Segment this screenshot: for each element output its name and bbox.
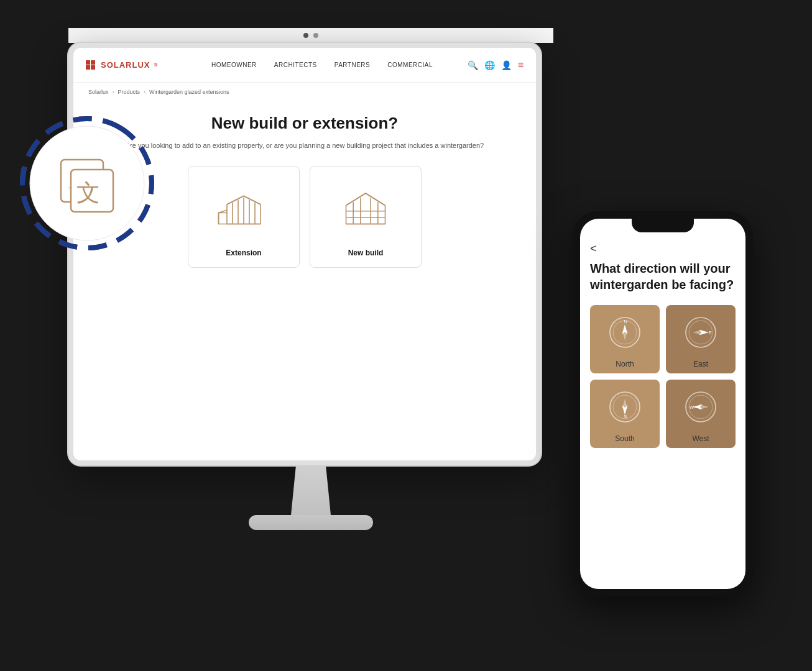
- phone-notch: [632, 219, 694, 232]
- new-build-card[interactable]: New build: [310, 166, 422, 268]
- extension-card-label: Extension: [198, 249, 289, 257]
- breadcrumb-arrow-1: ›: [113, 89, 114, 95]
- svg-text:S: S: [624, 414, 627, 419]
- breadcrumb-products[interactable]: Products: [118, 89, 141, 95]
- logo-sq-3: [86, 65, 90, 70]
- direction-south-label: South: [596, 434, 653, 443]
- globe-icon[interactable]: 🌐: [484, 60, 495, 70]
- new-build-icon-area: [320, 179, 411, 241]
- search-icon[interactable]: 🔍: [468, 60, 478, 70]
- svg-line-9: [227, 196, 244, 204]
- logo-trademark: ®: [154, 62, 159, 68]
- direction-east[interactable]: E East: [666, 305, 736, 373]
- nav-icons: 🔍 🌐 👤 ≡: [468, 60, 524, 71]
- svg-text:文: 文: [76, 180, 100, 206]
- cards-row: Extension: [98, 166, 511, 268]
- breadcrumb-solarlux[interactable]: Solarlux: [88, 89, 109, 95]
- website-content: SOLARLUX® HOMEOWNER ARCHITECTS PARTNERS …: [73, 48, 536, 460]
- navigation: SOLARLUX® HOMEOWNER ARCHITECTS PARTNERS …: [73, 48, 536, 83]
- logo-sq-1: [86, 60, 90, 65]
- direction-north-label: North: [596, 360, 653, 368]
- direction-east-label: East: [672, 360, 729, 368]
- new-build-card-label: New build: [320, 249, 411, 257]
- page-title: New build or extension?: [98, 114, 511, 133]
- svg-marker-33: [622, 331, 628, 340]
- svg-line-10: [244, 196, 261, 204]
- nav-commercial[interactable]: COMMERCIAL: [387, 62, 433, 68]
- svg-marker-48: [699, 404, 708, 410]
- breadcrumb: Solarlux › Products › Wintergarden glaze…: [73, 83, 536, 101]
- nav-partners[interactable]: PARTNERS: [334, 62, 371, 68]
- monitor-stand-neck: [286, 465, 336, 515]
- phone-content: < What direction will your wintergarden …: [580, 236, 745, 589]
- phone-frame: < What direction will your wintergarden …: [573, 211, 753, 596]
- phone-back-button[interactable]: <: [590, 242, 736, 255]
- monitor-container: SOLARLUX® HOMEOWNER ARCHITECTS PARTNERS …: [68, 28, 553, 568]
- nav-links: HOMEOWNER ARCHITECTS PARTNERS COMMERCIAL: [177, 62, 467, 68]
- extension-building-icon: [216, 182, 272, 238]
- logo: SOLARLUX®: [86, 60, 158, 70]
- menu-icon[interactable]: ≡: [518, 60, 524, 71]
- compass-east-icon: E: [682, 314, 719, 351]
- extension-icon-area: [198, 179, 289, 241]
- extension-card[interactable]: Extension: [188, 166, 300, 268]
- svg-marker-19: [346, 193, 385, 224]
- phone-screen: < What direction will your wintergarden …: [580, 219, 745, 589]
- nav-architects[interactable]: ARCHITECTS: [274, 62, 317, 68]
- breadcrumb-current: Wintergarden glazed extensions: [149, 89, 229, 95]
- logo-text: SOLARLUX: [101, 60, 150, 70]
- logo-squares: [86, 60, 97, 70]
- compass-north-icon: N: [606, 314, 644, 351]
- compass-west-icon: W: [682, 388, 719, 426]
- monitor-frame: SOLARLUX® HOMEOWNER ARCHITECTS PARTNERS …: [68, 43, 541, 465]
- compass-south-icon: S: [606, 388, 644, 426]
- translation-circle[interactable]: A 文: [19, 115, 155, 252]
- monitor-dot-row: [68, 28, 553, 43]
- phone-container: < What direction will your wintergarden …: [573, 211, 753, 596]
- monitor-stand-base: [249, 515, 373, 530]
- nav-homeowner[interactable]: HOMEOWNER: [211, 62, 257, 68]
- logo-sq-2: [91, 60, 95, 65]
- monitor-dot-2: [313, 33, 318, 38]
- svg-marker-38: [693, 330, 702, 336]
- svg-text:N: N: [624, 319, 627, 324]
- direction-west-label: West: [672, 434, 729, 443]
- direction-south[interactable]: S South: [590, 380, 660, 448]
- new-build-building-icon: [338, 182, 394, 238]
- direction-north[interactable]: N North: [590, 305, 660, 373]
- breadcrumb-arrow-2: ›: [144, 89, 145, 95]
- svg-text:E: E: [709, 330, 712, 336]
- svg-line-21: [366, 193, 385, 206]
- logo-sq-4: [91, 65, 95, 70]
- direction-grid: N North E: [590, 305, 736, 448]
- svg-line-20: [346, 193, 366, 206]
- page-subtitle: Are you looking to add to an existing pr…: [98, 140, 511, 151]
- svg-marker-43: [622, 399, 628, 408]
- user-icon[interactable]: 👤: [501, 60, 512, 70]
- phone-title: What direction will your wintergarden be…: [590, 260, 736, 293]
- monitor-dot-1: [303, 33, 308, 38]
- direction-west[interactable]: W West: [666, 380, 736, 448]
